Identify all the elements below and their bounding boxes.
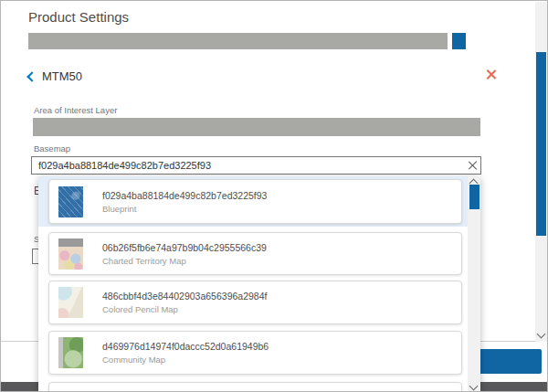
chevron-left-icon: [26, 71, 37, 81]
aoi-field-label: Area of Interest Layer: [34, 105, 117, 115]
basemap-option-name: Charted Territory Map: [102, 256, 267, 266]
accent-square: [452, 33, 466, 49]
basemap-option-id: 486cbbf4d3e84402903a656396a2984f: [102, 291, 267, 302]
dropdown-scrollbar[interactable]: [468, 176, 480, 392]
redacted-product-bar: [28, 33, 448, 49]
basemap-option-name: Blueprint: [102, 204, 267, 214]
dropdown-scrollbar-thumb[interactable]: [469, 185, 480, 209]
page-scrollbar[interactable]: [535, 2, 547, 342]
aoi-input-redacted[interactable]: [33, 118, 480, 136]
product-settings-dialog: Product Settings MTM50 Area of Interest …: [0, 0, 548, 392]
primary-action-button[interactable]: [480, 349, 542, 374]
basemap-option-name: Colored Pencil Map: [102, 304, 267, 314]
basemap-option-blueprint[interactable]: f029a4ba88184de499c82b7ed3225f93 Bluepri…: [48, 179, 462, 224]
back-button[interactable]: MTM50: [28, 69, 82, 83]
scroll-down-icon[interactable]: [469, 382, 479, 391]
basemap-option-id: 06b26f5fb6e74a97b9b04c2955566c39: [102, 242, 267, 253]
basemap-thumbnail-blueprint: [58, 186, 83, 217]
basemap-field-label: Basemap: [34, 143, 70, 154]
basemap-option-colored-pencil[interactable]: 486cbbf4d3e84402903a656396a2984f Colored…: [48, 281, 462, 324]
basemap-thumbnail-colored-pencil: [58, 287, 83, 318]
basemap-option-community[interactable]: d469976d14974f0daccc52d0a61949b6 Communi…: [48, 331, 462, 375]
page-scrollbar-thumb[interactable]: [536, 52, 546, 236]
back-label: MTM50: [42, 69, 82, 83]
basemap-thumbnail-charted-territory: [58, 238, 83, 270]
basemap-option-id: f029a4ba88184de499c82b7ed3225f93: [102, 190, 267, 201]
basemap-option-id: d469976d14974f0daccc52d0a61949b6: [102, 341, 269, 352]
basemap-option-name: Community Map: [102, 355, 269, 365]
basemap-dropdown: f029a4ba88184de499c82b7ed3225f93 Bluepri…: [38, 176, 480, 392]
basemap-option-partial[interactable]: [48, 382, 462, 392]
close-icon[interactable]: [486, 69, 497, 79]
clear-input-icon[interactable]: [468, 160, 478, 170]
basemap-option-charted-territory[interactable]: 06b26f5fb6e74a97b9b04c2955566c39 Charted…: [48, 232, 462, 275]
basemap-input[interactable]: [31, 156, 481, 175]
page-title: Product Settings: [28, 9, 129, 25]
scroll-down-icon[interactable]: [537, 330, 546, 339]
basemap-thumbnail-community: [58, 337, 83, 368]
